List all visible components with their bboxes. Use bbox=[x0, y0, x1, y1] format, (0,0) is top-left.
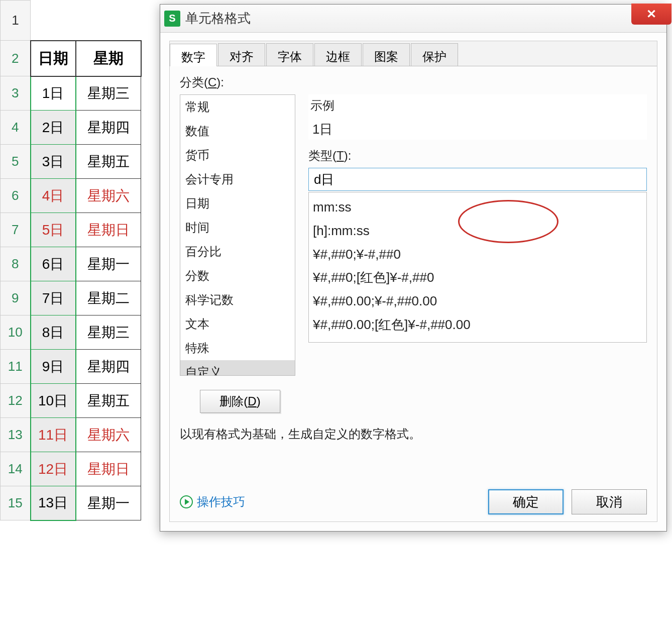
close-button[interactable]: ✕ bbox=[631, 4, 671, 25]
cell-weekday[interactable]: 星期四 bbox=[76, 111, 141, 145]
tab-protection[interactable]: 保护 bbox=[411, 43, 458, 66]
tab-font[interactable]: 字体 bbox=[266, 43, 313, 66]
row-header[interactable]: 14 bbox=[1, 452, 31, 486]
titlebar[interactable]: S 单元格格式 ✕ bbox=[160, 5, 666, 33]
category-item-accounting[interactable]: 会计专用 bbox=[180, 167, 295, 191]
category-item-custom[interactable]: 自定义 bbox=[180, 360, 295, 376]
cell-weekday[interactable]: 星期六 bbox=[76, 418, 141, 452]
category-item-general[interactable]: 常规 bbox=[180, 95, 295, 119]
cell-weekday[interactable]: 星期一 bbox=[76, 247, 141, 281]
tips-link[interactable]: 操作技巧 bbox=[180, 494, 245, 510]
cell-date[interactable]: 10日 bbox=[31, 384, 76, 418]
cell-weekday[interactable]: 星期三 bbox=[76, 315, 141, 350]
dialog-body: 数字 对齐 字体 边框 图案 保护 分类(C): 常规 数值 货币 会计专用 日… bbox=[169, 41, 657, 522]
row-header[interactable]: 5 bbox=[1, 145, 31, 179]
row-header[interactable]: 8 bbox=[1, 247, 31, 281]
tab-border[interactable]: 边框 bbox=[314, 43, 362, 66]
table-row: 5 3日 星期五 bbox=[1, 145, 141, 179]
category-item-date[interactable]: 日期 bbox=[180, 191, 295, 216]
category-item-number[interactable]: 数值 bbox=[180, 119, 295, 143]
row-2-headers: 2 日期 星期 bbox=[1, 41, 141, 76]
cell-date[interactable]: 1日 bbox=[31, 76, 76, 111]
ok-button[interactable]: 确定 bbox=[488, 489, 564, 514]
cell-date[interactable]: 5日 bbox=[31, 213, 76, 247]
format-listbox[interactable]: mm:ss [h]:mm:ss ¥#,##0;¥-#,##0 ¥#,##0;[红… bbox=[308, 192, 647, 343]
table-row: 14 12日 星期日 bbox=[1, 452, 141, 486]
format-item[interactable]: d"日" bbox=[313, 337, 642, 343]
cell-weekday[interactable]: 星期五 bbox=[76, 384, 141, 418]
cell-date[interactable]: 3日 bbox=[31, 145, 76, 179]
format-item[interactable]: ¥#,##0;¥-#,##0 bbox=[313, 243, 642, 266]
play-icon bbox=[180, 495, 193, 508]
type-input[interactable] bbox=[308, 168, 647, 191]
category-item-scientific[interactable]: 科学记数 bbox=[180, 288, 295, 312]
cell-date[interactable]: 9日 bbox=[31, 350, 76, 384]
row-header[interactable]: 3 bbox=[1, 76, 31, 111]
category-item-currency[interactable]: 货币 bbox=[180, 143, 295, 167]
cell-date[interactable]: 2日 bbox=[31, 111, 76, 145]
row-header-1[interactable]: 1 bbox=[1, 1, 31, 41]
cell-weekday[interactable]: 星期四 bbox=[76, 350, 141, 384]
cell-date[interactable]: 12日 bbox=[31, 452, 76, 486]
cell-weekday[interactable]: 星期六 bbox=[76, 179, 141, 213]
sheet-table: 1 2 日期 星期 3 1日 星期三 4 2日 星期四 5 3日 星期五 6 4… bbox=[0, 0, 142, 521]
row-header[interactable]: 9 bbox=[1, 281, 31, 315]
tab-pattern[interactable]: 图案 bbox=[363, 43, 410, 66]
cell-b1[interactable] bbox=[76, 1, 141, 41]
row-header[interactable]: 7 bbox=[1, 213, 31, 247]
cell-a1[interactable] bbox=[31, 1, 76, 41]
cell-format-dialog: S 单元格格式 ✕ 数字 对齐 字体 边框 图案 保护 分类(C): 常规 数值… bbox=[160, 4, 667, 532]
cancel-button[interactable]: 取消 bbox=[572, 489, 647, 514]
table-row: 12 10日 星期五 bbox=[1, 384, 141, 418]
category-item-percentage[interactable]: 百分比 bbox=[180, 240, 295, 264]
row-header[interactable]: 6 bbox=[1, 179, 31, 213]
cell-weekday[interactable]: 星期二 bbox=[76, 281, 141, 315]
row-header[interactable]: 4 bbox=[1, 111, 31, 145]
number-panel: 分类(C): 常规 数值 货币 会计专用 日期 时间 百分比 分数 科学记数 文… bbox=[170, 66, 657, 450]
table-row: 11 9日 星期四 bbox=[1, 350, 141, 384]
format-item[interactable]: ¥#,##0.00;[红色]¥-#,##0.00 bbox=[313, 313, 642, 337]
col-header-date[interactable]: 日期 bbox=[31, 41, 76, 76]
tab-number[interactable]: 数字 bbox=[170, 44, 217, 66]
format-item[interactable]: [h]:mm:ss bbox=[313, 219, 642, 243]
row-header[interactable]: 12 bbox=[1, 384, 31, 418]
type-label: 类型(T): bbox=[308, 148, 647, 164]
cell-weekday[interactable]: 星期日 bbox=[76, 213, 141, 247]
format-item[interactable]: ¥#,##0.00;¥-#,##0.00 bbox=[313, 289, 642, 313]
example-box: 示例 1日 bbox=[308, 94, 647, 140]
row-header[interactable]: 11 bbox=[1, 350, 31, 384]
cell-date[interactable]: 11日 bbox=[31, 418, 76, 452]
cell-date[interactable]: 7日 bbox=[31, 281, 76, 315]
row-header[interactable]: 15 bbox=[1, 486, 31, 520]
cell-date[interactable]: 4日 bbox=[31, 179, 76, 213]
category-item-fraction[interactable]: 分数 bbox=[180, 264, 295, 288]
category-item-special[interactable]: 特殊 bbox=[180, 336, 295, 360]
cell-date[interactable]: 13日 bbox=[31, 486, 76, 520]
col-header-weekday[interactable]: 星期 bbox=[76, 41, 141, 76]
detail-column: 示例 1日 类型(T): mm:ss [h]:mm:ss ¥#,##0;¥-#,… bbox=[308, 94, 647, 376]
table-row: 13 11日 星期六 bbox=[1, 418, 141, 452]
row-header[interactable]: 10 bbox=[1, 315, 31, 350]
dialog-footer: 操作技巧 确定 取消 bbox=[180, 489, 647, 514]
tips-link-label: 操作技巧 bbox=[197, 494, 245, 510]
table-row: 10 8日 星期三 bbox=[1, 315, 141, 350]
category-listbox[interactable]: 常规 数值 货币 会计专用 日期 时间 百分比 分数 科学记数 文本 特殊 自定… bbox=[180, 94, 295, 376]
cell-date[interactable]: 8日 bbox=[31, 315, 76, 350]
category-item-text[interactable]: 文本 bbox=[180, 312, 295, 336]
hint-text: 以现有格式为基础，生成自定义的数字格式。 bbox=[180, 426, 647, 442]
cell-weekday[interactable]: 星期日 bbox=[76, 452, 141, 486]
row-header[interactable]: 13 bbox=[1, 418, 31, 452]
tab-strip: 数字 对齐 字体 边框 图案 保护 bbox=[170, 41, 657, 66]
category-item-time[interactable]: 时间 bbox=[180, 216, 295, 240]
table-row: 9 7日 星期二 bbox=[1, 281, 141, 315]
row-header-2[interactable]: 2 bbox=[1, 41, 31, 76]
format-item[interactable]: ¥#,##0;[红色]¥-#,##0 bbox=[313, 266, 642, 289]
tab-alignment[interactable]: 对齐 bbox=[218, 43, 265, 66]
table-row: 6 4日 星期六 bbox=[1, 179, 141, 213]
cell-date[interactable]: 6日 bbox=[31, 247, 76, 281]
cell-weekday[interactable]: 星期一 bbox=[76, 486, 141, 520]
delete-button[interactable]: 删除(D) bbox=[200, 390, 280, 413]
format-item[interactable]: mm:ss bbox=[313, 195, 642, 219]
cell-weekday[interactable]: 星期五 bbox=[76, 145, 141, 179]
cell-weekday[interactable]: 星期三 bbox=[76, 76, 141, 111]
